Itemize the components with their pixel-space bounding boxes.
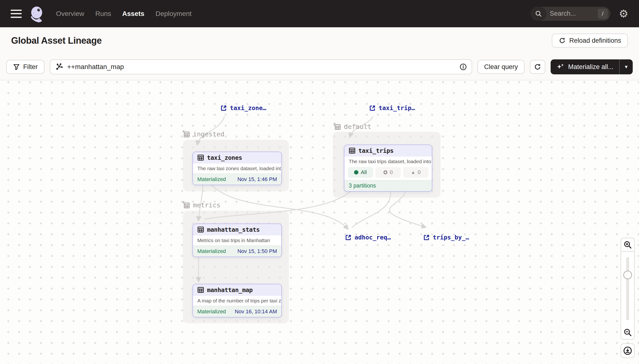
partition-badge-missing[interactable]: ▲ 0 (403, 167, 428, 178)
external-link-icon (423, 234, 430, 241)
group-name: metrics (193, 201, 221, 209)
table-icon (349, 147, 355, 154)
global-search[interactable]: / (530, 7, 610, 21)
external-link-icon (369, 105, 376, 112)
nav-item-runs[interactable]: Runs (95, 10, 111, 18)
asset-description: A map of the number of trips per taxi z.… (193, 296, 281, 306)
external-asset-label: adhoc_req… (355, 234, 391, 241)
nav-item-deployment[interactable]: Deployment (156, 10, 192, 18)
group-label-ingested[interactable]: ingested (182, 130, 224, 138)
ring-icon (383, 170, 387, 174)
zoom-slider-handle[interactable] (623, 270, 632, 279)
nav-item-assets[interactable]: Assets (122, 10, 144, 18)
asset-node-taxi-trips[interactable]: taxi_trips The raw taxi trips dataset, l… (344, 144, 432, 192)
external-link-icon (345, 234, 352, 241)
primary-nav: Overview Runs Assets Deployment (56, 10, 192, 18)
clear-query-button[interactable]: Clear query (477, 60, 525, 74)
asset-description: Metrics on taxi trips in Manhattan (193, 235, 281, 246)
asset-timestamp[interactable]: Nov 16, 10:14 AM (235, 308, 277, 315)
asset-name: taxi_zones (207, 154, 242, 161)
asset-query-field (50, 60, 472, 74)
materialize-dropdown-caret[interactable]: ▾ (619, 60, 633, 74)
filter-label: Filter (23, 63, 38, 71)
zoom-slider-track[interactable] (626, 257, 629, 320)
lineage-canvas[interactable]: ingested default metrics taxi_zone… (0, 80, 639, 364)
group-label-metrics[interactable]: metrics (182, 201, 221, 209)
table-icon (197, 226, 204, 233)
external-asset-link-adhoc-request[interactable]: adhoc_req… (345, 234, 391, 241)
refresh-icon (534, 63, 541, 71)
group-table-icon (182, 201, 190, 209)
settings-gear-icon[interactable]: ⚙ (619, 8, 628, 19)
asset-status: Materialized (197, 248, 226, 254)
dagster-logo-icon[interactable] (30, 5, 46, 22)
reload-definitions-button[interactable]: Reload definitions (552, 34, 628, 48)
page-header: Global Asset Lineage Reload definitions (0, 27, 639, 54)
asset-name: manhattan_stats (207, 226, 260, 233)
asset-status: Materialized (197, 308, 226, 315)
external-asset-link-taxi-trip[interactable]: taxi_trip… (369, 104, 415, 112)
table-icon (197, 154, 204, 161)
group-table-icon (182, 130, 190, 138)
clear-query-label: Clear query (484, 63, 518, 71)
external-asset-label: taxi_trip… (379, 104, 415, 112)
materialized-dot-icon (354, 170, 358, 174)
partition-badge-label: 0 (418, 169, 420, 176)
table-icon (197, 286, 204, 293)
search-shortcut-badge: / (598, 9, 608, 19)
asset-node-taxi-zones[interactable]: taxi_zones The raw taxi zones dataset, l… (193, 152, 282, 185)
partitions-count: 3 partitions (344, 180, 432, 191)
triangle-icon: ▲ (411, 170, 415, 175)
zoom-out-button[interactable] (621, 326, 635, 340)
asset-description: The raw taxi zones dataset, loaded int..… (193, 163, 281, 174)
partition-status-badges: All 0 ▲ 0 (344, 166, 432, 180)
asset-description: The raw taxi trips dataset, loaded into … (344, 156, 432, 166)
filter-button[interactable]: Filter (6, 60, 45, 74)
zoom-out-icon (623, 328, 632, 336)
asset-node-manhattan-stats[interactable]: manhattan_stats Metrics on taxi trips in… (193, 224, 282, 257)
asset-query-input[interactable] (67, 63, 456, 71)
graph-query-icon (55, 63, 63, 71)
download-icon (623, 346, 632, 355)
reload-definitions-label: Reload definitions (569, 37, 621, 44)
filter-funnel-icon (13, 64, 20, 70)
search-input[interactable] (546, 10, 598, 18)
query-info-icon[interactable] (460, 63, 467, 70)
group-name: ingested (193, 130, 224, 138)
external-asset-label: trips_by_… (433, 234, 469, 241)
materialize-all-label: Materialize all... (568, 63, 613, 71)
zoom-slider (621, 252, 635, 326)
group-name: default (344, 123, 371, 130)
asset-timestamp[interactable]: Nov 15, 1:50 PM (237, 248, 277, 254)
asset-timestamp[interactable]: Nov 15, 1:46 PM (237, 176, 277, 182)
download-image-button[interactable] (621, 344, 635, 358)
lineage-toolbar: Filter Clear query (0, 54, 639, 80)
nav-item-overview[interactable]: Overview (56, 10, 84, 18)
materialize-all-split-button: Materialize all... ▾ (551, 60, 633, 74)
partition-badge-label: 0 (390, 169, 393, 176)
asset-name: manhattan_map (207, 286, 253, 294)
partition-badge-materialized[interactable]: All (348, 167, 373, 178)
zoom-controls (621, 238, 635, 358)
external-asset-link-trips-by[interactable]: trips_by_… (423, 234, 469, 241)
sparkle-icon (556, 63, 565, 71)
external-asset-label: taxi_zone… (230, 104, 266, 112)
asset-name: taxi_trips (358, 147, 394, 154)
group-label-default[interactable]: default (333, 122, 371, 130)
page-title: Global Asset Lineage (11, 36, 102, 46)
reload-icon (558, 37, 566, 44)
zoom-in-icon (623, 241, 632, 249)
external-asset-link-taxi-zone[interactable]: taxi_zone… (220, 104, 266, 112)
zoom-in-button[interactable] (621, 238, 635, 252)
partition-badge-label: All (361, 169, 367, 176)
lineage-edges (0, 80, 639, 364)
external-link-icon (220, 105, 227, 112)
materialize-all-button[interactable]: Materialize all... (551, 63, 619, 71)
hamburger-menu-icon[interactable] (11, 10, 22, 18)
refresh-graph-button[interactable] (530, 60, 545, 74)
asset-node-manhattan-map[interactable]: manhattan_map A map of the number of tri… (193, 284, 282, 318)
group-table-icon (333, 122, 341, 130)
partition-badge-failed[interactable]: 0 (376, 167, 401, 178)
search-icon (530, 7, 546, 21)
asset-status: Materialized (197, 176, 226, 182)
